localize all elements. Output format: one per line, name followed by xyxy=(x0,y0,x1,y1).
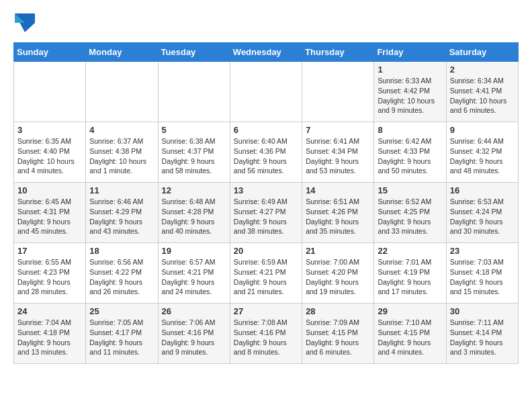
logo xyxy=(13,13,35,36)
day-number: 28 xyxy=(306,306,370,316)
calendar-cell: 8Sunrise: 6:42 AM Sunset: 4:33 PM Daylig… xyxy=(374,122,446,183)
calendar-cell: 19Sunrise: 6:57 AM Sunset: 4:21 PM Dayli… xyxy=(158,243,230,304)
day-info: Sunrise: 7:04 AM Sunset: 4:18 PM Dayligh… xyxy=(17,318,82,357)
calendar-cell: 16Sunrise: 6:53 AM Sunset: 4:24 PM Dayli… xyxy=(446,183,518,243)
weekday-header: Sunday xyxy=(14,43,86,62)
calendar-body: 1Sunrise: 6:33 AM Sunset: 4:42 PM Daylig… xyxy=(14,62,519,364)
day-info: Sunrise: 6:57 AM Sunset: 4:21 PM Dayligh… xyxy=(162,257,226,297)
day-number: 16 xyxy=(450,185,515,195)
day-info: Sunrise: 7:11 AM Sunset: 4:14 PM Dayligh… xyxy=(450,318,515,357)
day-info: Sunrise: 6:46 AM Sunset: 4:29 PM Dayligh… xyxy=(89,197,154,236)
calendar-cell: 20Sunrise: 6:59 AM Sunset: 4:21 PM Dayli… xyxy=(230,243,302,304)
weekday-header: Tuesday xyxy=(158,43,230,62)
day-info: Sunrise: 6:55 AM Sunset: 4:23 PM Dayligh… xyxy=(17,257,82,297)
weekday-header: Monday xyxy=(86,43,158,62)
day-info: Sunrise: 6:33 AM Sunset: 4:42 PM Dayligh… xyxy=(378,76,442,116)
day-number: 14 xyxy=(306,185,370,195)
calendar-cell: 6Sunrise: 6:40 AM Sunset: 4:36 PM Daylig… xyxy=(230,122,302,183)
calendar-cell: 23Sunrise: 7:03 AM Sunset: 4:18 PM Dayli… xyxy=(446,243,518,304)
day-number: 20 xyxy=(234,246,298,256)
day-number: 11 xyxy=(89,185,154,195)
calendar-cell: 15Sunrise: 6:52 AM Sunset: 4:25 PM Dayli… xyxy=(374,183,446,243)
day-number: 2 xyxy=(450,64,515,75)
day-number: 9 xyxy=(450,125,515,135)
logo-icon xyxy=(15,13,35,32)
calendar-cell: 18Sunrise: 6:56 AM Sunset: 4:22 PM Dayli… xyxy=(86,243,158,304)
day-number: 5 xyxy=(162,125,226,135)
day-number: 29 xyxy=(378,306,442,316)
day-number: 22 xyxy=(378,246,442,256)
day-number: 21 xyxy=(306,246,370,256)
calendar-week-row: 24Sunrise: 7:04 AM Sunset: 4:18 PM Dayli… xyxy=(14,304,519,364)
day-number: 30 xyxy=(450,306,515,316)
day-info: Sunrise: 6:40 AM Sunset: 4:36 PM Dayligh… xyxy=(234,136,298,176)
calendar-cell: 11Sunrise: 6:46 AM Sunset: 4:29 PM Dayli… xyxy=(86,183,158,243)
day-number: 4 xyxy=(89,125,154,135)
day-info: Sunrise: 6:38 AM Sunset: 4:37 PM Dayligh… xyxy=(162,136,226,176)
day-info: Sunrise: 6:34 AM Sunset: 4:41 PM Dayligh… xyxy=(450,76,515,116)
calendar-cell: 21Sunrise: 7:00 AM Sunset: 4:20 PM Dayli… xyxy=(302,243,374,304)
day-info: Sunrise: 6:49 AM Sunset: 4:27 PM Dayligh… xyxy=(234,197,298,236)
day-info: Sunrise: 6:42 AM Sunset: 4:33 PM Dayligh… xyxy=(378,136,442,176)
calendar-cell: 26Sunrise: 7:06 AM Sunset: 4:16 PM Dayli… xyxy=(158,304,230,364)
day-info: Sunrise: 7:06 AM Sunset: 4:16 PM Dayligh… xyxy=(162,318,226,357)
day-info: Sunrise: 7:03 AM Sunset: 4:18 PM Dayligh… xyxy=(450,257,515,297)
weekday-header: Thursday xyxy=(302,43,374,62)
header-row: SundayMondayTuesdayWednesdayThursdayFrid… xyxy=(14,43,519,62)
calendar-cell: 4Sunrise: 6:37 AM Sunset: 4:38 PM Daylig… xyxy=(86,122,158,183)
calendar-cell: 13Sunrise: 6:49 AM Sunset: 4:27 PM Dayli… xyxy=(230,183,302,243)
day-info: Sunrise: 6:37 AM Sunset: 4:38 PM Dayligh… xyxy=(89,136,154,176)
day-info: Sunrise: 6:45 AM Sunset: 4:31 PM Dayligh… xyxy=(17,197,82,236)
day-number: 13 xyxy=(234,185,298,195)
day-info: Sunrise: 7:10 AM Sunset: 4:15 PM Dayligh… xyxy=(378,318,442,357)
weekday-header: Wednesday xyxy=(230,43,302,62)
calendar-cell: 14Sunrise: 6:51 AM Sunset: 4:26 PM Dayli… xyxy=(302,183,374,243)
day-number: 7 xyxy=(306,125,370,135)
day-number: 26 xyxy=(162,306,226,316)
day-info: Sunrise: 7:05 AM Sunset: 4:17 PM Dayligh… xyxy=(89,318,154,357)
day-info: Sunrise: 6:52 AM Sunset: 4:25 PM Dayligh… xyxy=(378,197,442,236)
day-info: Sunrise: 6:53 AM Sunset: 4:24 PM Dayligh… xyxy=(450,197,515,236)
calendar-cell: 12Sunrise: 6:48 AM Sunset: 4:28 PM Dayli… xyxy=(158,183,230,243)
day-number: 3 xyxy=(17,125,82,135)
day-number: 6 xyxy=(234,125,298,135)
calendar-cell xyxy=(302,62,374,122)
calendar-cell: 2Sunrise: 6:34 AM Sunset: 4:41 PM Daylig… xyxy=(446,62,518,122)
calendar-week-row: 3Sunrise: 6:35 AM Sunset: 4:40 PM Daylig… xyxy=(14,122,519,183)
day-number: 15 xyxy=(378,185,442,195)
day-number: 17 xyxy=(17,246,82,256)
day-info: Sunrise: 6:41 AM Sunset: 4:34 PM Dayligh… xyxy=(306,136,370,176)
calendar-cell: 25Sunrise: 7:05 AM Sunset: 4:17 PM Dayli… xyxy=(86,304,158,364)
day-number: 23 xyxy=(450,246,515,256)
calendar-cell: 9Sunrise: 6:44 AM Sunset: 4:32 PM Daylig… xyxy=(446,122,518,183)
day-number: 10 xyxy=(17,185,82,195)
day-info: Sunrise: 7:09 AM Sunset: 4:15 PM Dayligh… xyxy=(306,318,370,357)
calendar-cell: 10Sunrise: 6:45 AM Sunset: 4:31 PM Dayli… xyxy=(14,183,86,243)
calendar-cell: 27Sunrise: 7:08 AM Sunset: 4:16 PM Dayli… xyxy=(230,304,302,364)
day-number: 24 xyxy=(17,306,82,316)
calendar-cell xyxy=(158,62,230,122)
weekday-header: Friday xyxy=(374,43,446,62)
calendar-cell xyxy=(14,62,86,122)
weekday-header: Saturday xyxy=(446,43,518,62)
day-info: Sunrise: 7:01 AM Sunset: 4:19 PM Dayligh… xyxy=(378,257,442,297)
day-number: 25 xyxy=(89,306,154,316)
calendar-cell: 3Sunrise: 6:35 AM Sunset: 4:40 PM Daylig… xyxy=(14,122,86,183)
day-info: Sunrise: 6:59 AM Sunset: 4:21 PM Dayligh… xyxy=(234,257,298,297)
calendar-cell: 28Sunrise: 7:09 AM Sunset: 4:15 PM Dayli… xyxy=(302,304,374,364)
day-info: Sunrise: 6:51 AM Sunset: 4:26 PM Dayligh… xyxy=(306,197,370,236)
calendar-header: SundayMondayTuesdayWednesdayThursdayFrid… xyxy=(14,43,519,62)
day-number: 19 xyxy=(162,246,226,256)
day-info: Sunrise: 7:08 AM Sunset: 4:16 PM Dayligh… xyxy=(234,318,298,357)
day-info: Sunrise: 6:48 AM Sunset: 4:28 PM Dayligh… xyxy=(162,197,226,236)
calendar-cell: 17Sunrise: 6:55 AM Sunset: 4:23 PM Dayli… xyxy=(14,243,86,304)
day-number: 1 xyxy=(378,64,442,75)
calendar-cell: 7Sunrise: 6:41 AM Sunset: 4:34 PM Daylig… xyxy=(302,122,374,183)
day-info: Sunrise: 6:56 AM Sunset: 4:22 PM Dayligh… xyxy=(89,257,154,297)
day-number: 12 xyxy=(162,185,226,195)
day-number: 18 xyxy=(89,246,154,256)
day-number: 27 xyxy=(234,306,298,316)
day-info: Sunrise: 7:00 AM Sunset: 4:20 PM Dayligh… xyxy=(306,257,370,297)
calendar-table: SundayMondayTuesdayWednesdayThursdayFrid… xyxy=(13,42,519,364)
calendar-week-row: 1Sunrise: 6:33 AM Sunset: 4:42 PM Daylig… xyxy=(14,62,519,122)
